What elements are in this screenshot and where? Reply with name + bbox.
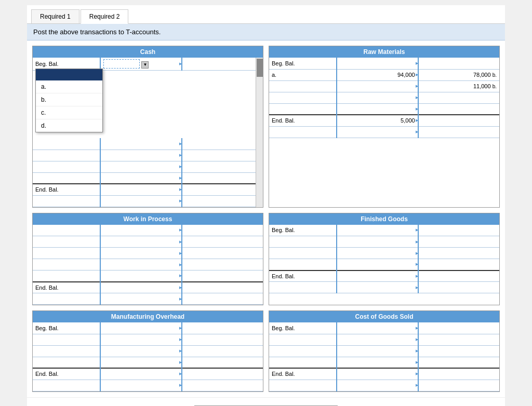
cash-input-begbal[interactable]: ▼ [100,58,181,71]
main-content: Cash Beg. Bal. [27,40,505,397]
moh-row-2 [33,334,263,345]
rm-row-2: 11,000 b. [269,80,499,92]
nav-buttons: ‹ Required 1 Required 2 › [27,397,505,407]
taccount-raw-materials: Raw Materials Beg. Bal. [269,46,500,208]
instruction-bar: Post the above transactions to T-account… [27,24,505,40]
cogs-row-endbal: End. Bal. [269,368,499,380]
tab-required1[interactable]: Required 1 [31,9,79,23]
rm-row-begbal: Beg. Bal. [269,58,499,69]
rm-row-extra [269,126,499,138]
fg-row-endbal: End. Bal. [269,270,499,282]
cash-label-endbal: End. Bal. [33,184,100,195]
taccount-wip: Work in Process [32,213,263,306]
taccount-cash-header: Cash [33,46,263,58]
moh-row-endbal: End. Bal. [33,368,263,380]
fg-row-3 [269,248,499,259]
tab-bar: Required 1 Required 2 [27,5,505,24]
wip-row-extra [33,293,263,305]
taccount-cogs-header: Cost of Goods Sold [269,311,499,322]
taccount-grid: Cash Beg. Bal. [32,46,500,392]
rm-row-a: a. 94,000 78,000 b. [269,69,499,80]
cogs-row-begbal: Beg. Bal. [269,322,499,334]
fg-row-4 [269,259,499,270]
cash-dropdown-arrow[interactable]: ▼ [141,61,149,69]
cash-row-3 [33,150,263,161]
moh-row-extra [33,380,263,391]
wip-row-1 [33,225,263,236]
cogs-row-extra [269,380,499,391]
rm-row-3 [269,92,499,103]
fg-row-extra [269,282,499,293]
cash-row-5 [33,172,263,184]
cash-dropdown-menu: a. b. c. d. [35,69,103,132]
cash-dropdown-item-a[interactable]: a. [36,80,102,93]
cash-credit-begbal [182,58,263,71]
taccount-finished-goods-header: Finished Goods [269,213,499,225]
cash-begbal-input[interactable] [103,59,140,69]
fg-row-2 [269,236,499,248]
cogs-row-2 [269,334,499,345]
taccount-raw-materials-header: Raw Materials [269,46,499,58]
wip-row-4 [33,259,263,270]
cash-scrollbar[interactable] [256,58,263,207]
tab-required2[interactable]: Required 2 [81,9,129,24]
taccount-finished-goods: Finished Goods Beg. Bal. [269,213,500,306]
wip-row-3 [33,248,263,259]
taccount-mfg-overhead: Manufacturing Overhead Beg. Bal. [32,310,263,392]
rm-row-endbal: End. Bal. 5,000 [269,115,499,126]
rm-row-4 [269,103,499,115]
taccount-mfg-overhead-header: Manufacturing Overhead [33,311,263,322]
moh-row-begbal: Beg. Bal. [33,322,263,334]
cash-dropdown-item-d[interactable]: d. [36,119,102,132]
taccount-wip-header: Work in Process [33,213,263,225]
cash-row-endbal: End. Bal. [33,184,263,195]
moh-row-4 [33,357,263,368]
cash-row-2 [33,138,263,150]
taccount-cogs: Cost of Goods Sold Beg. Bal. [269,310,500,392]
cash-row-4 [33,161,263,172]
wip-row-5 [33,270,263,282]
moh-row-3 [33,345,263,357]
fg-row-begbal: Beg. Bal. [269,225,499,236]
cogs-row-3 [269,345,499,357]
cash-scrollbar-thumb[interactable] [257,59,263,77]
wip-row-endbal: End. Bal. [33,282,263,293]
cash-dropdown-item-b[interactable]: b. [36,93,102,106]
cogs-row-4 [269,357,499,368]
taccount-cash: Cash Beg. Bal. [32,46,263,208]
cash-row-extra [33,195,263,207]
wip-row-2 [33,236,263,248]
cash-dropdown-header [36,69,102,80]
cash-dropdown-item-c[interactable]: c. [36,106,102,119]
